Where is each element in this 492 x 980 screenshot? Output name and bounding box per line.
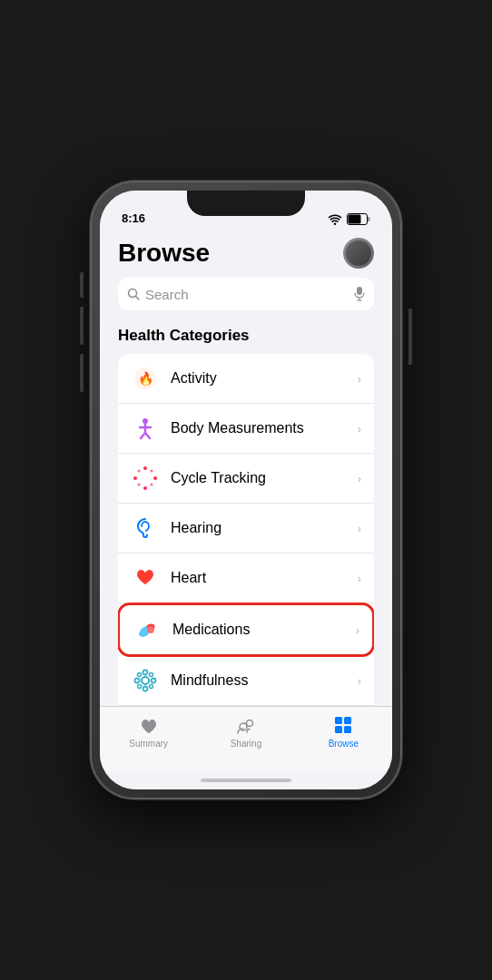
search-bar[interactable]: Search: [118, 278, 374, 310]
list-item[interactable]: Body Measurements ›: [118, 404, 374, 454]
hearing-icon: [131, 514, 160, 543]
svg-line-4: [136, 297, 140, 300]
tab-summary[interactable]: Summary: [120, 714, 178, 749]
list-item-medications[interactable]: Medications ›: [118, 603, 374, 657]
body-label: Body Measurements: [171, 420, 358, 436]
svg-rect-41: [344, 717, 351, 724]
hearing-chevron: ›: [358, 522, 361, 535]
battery-icon: [347, 213, 370, 225]
svg-point-28: [143, 687, 148, 691]
mute-button: [80, 272, 84, 298]
section-title: Health Categories: [118, 327, 374, 345]
activity-icon: 🔥: [131, 364, 160, 393]
svg-point-29: [135, 679, 140, 683]
svg-point-27: [143, 671, 148, 675]
sharing-tab-label: Sharing: [231, 739, 261, 749]
notch: [187, 191, 305, 216]
svg-point-20: [138, 484, 141, 486]
avatar-inner: [346, 240, 371, 266]
svg-point-19: [143, 486, 147, 490]
list-item[interactable]: Mindfulness ›: [118, 656, 374, 706]
tab-sharing[interactable]: Sharing: [217, 714, 275, 749]
svg-line-14: [145, 433, 150, 438]
svg-point-22: [138, 470, 141, 473]
mindfulness-icon: [131, 666, 160, 695]
mindfulness-chevron: ›: [358, 674, 361, 688]
status-time: 8:16: [122, 211, 145, 225]
summary-tab-label: Summary: [129, 739, 168, 749]
svg-point-31: [138, 673, 142, 677]
heart-label: Heart: [171, 570, 358, 586]
list-item[interactable]: 🔥 Activity ›: [118, 354, 374, 404]
activity-chevron: ›: [358, 372, 361, 386]
search-placeholder: Search: [145, 287, 349, 302]
svg-point-34: [150, 685, 153, 689]
tab-bar: Summary Sharing Browse: [100, 706, 392, 771]
home-indicator: [100, 771, 392, 789]
page-title: Browse: [118, 239, 210, 268]
svg-point-16: [151, 470, 153, 473]
search-icon: [127, 288, 140, 300]
sharing-icon: [235, 714, 257, 736]
cycle-chevron: ›: [358, 472, 361, 485]
body-icon: [131, 414, 160, 443]
tab-browse[interactable]: Browse: [314, 714, 372, 749]
page-header: Browse: [118, 238, 374, 269]
svg-point-18: [151, 484, 153, 486]
volume-down-button: [80, 354, 84, 392]
power-button: [408, 309, 412, 365]
main-content: Browse Search Heal: [100, 230, 392, 706]
svg-rect-5: [357, 287, 362, 295]
svg-point-21: [133, 476, 137, 480]
svg-point-33: [138, 685, 142, 689]
wifi-icon: [328, 214, 342, 225]
home-bar: [201, 779, 291, 782]
heart-icon: [131, 564, 160, 593]
svg-rect-40: [335, 717, 342, 724]
svg-point-15: [143, 466, 147, 470]
svg-rect-2: [349, 215, 361, 224]
svg-point-17: [153, 476, 157, 480]
phone-screen: 8:16 Browse: [100, 191, 392, 789]
list-item[interactable]: Hearing ›: [118, 504, 374, 554]
category-list: 🔥 Activity ›: [118, 354, 374, 706]
medications-chevron: ›: [356, 623, 359, 637]
cycle-label: Cycle Tracking: [171, 470, 358, 486]
heart-chevron: ›: [358, 572, 361, 585]
svg-point-30: [152, 679, 156, 683]
browse-tab-label: Browse: [329, 739, 359, 749]
svg-rect-42: [335, 726, 342, 733]
svg-text:🔥: 🔥: [138, 371, 154, 387]
cycle-icon: [131, 464, 160, 493]
medications-label: Medications: [172, 622, 356, 638]
medications-icon: [133, 615, 162, 644]
mindfulness-label: Mindfulness: [171, 672, 358, 689]
list-item[interactable]: Cycle Tracking ›: [118, 454, 374, 504]
browse-icon: [332, 714, 354, 736]
list-item[interactable]: Heart ›: [118, 554, 374, 603]
activity-label: Activity: [171, 370, 358, 387]
mic-icon: [354, 287, 365, 301]
status-icons: [328, 213, 370, 225]
svg-rect-43: [344, 726, 351, 733]
svg-point-26: [142, 677, 149, 684]
phone-frame: 8:16 Browse: [91, 181, 401, 799]
avatar[interactable]: [343, 238, 374, 269]
svg-point-32: [150, 673, 153, 677]
hearing-label: Hearing: [171, 520, 358, 536]
summary-icon: [138, 714, 160, 736]
svg-point-39: [246, 720, 252, 727]
volume-up-button: [80, 307, 84, 345]
svg-rect-1: [368, 217, 370, 221]
body-chevron: ›: [358, 422, 361, 436]
